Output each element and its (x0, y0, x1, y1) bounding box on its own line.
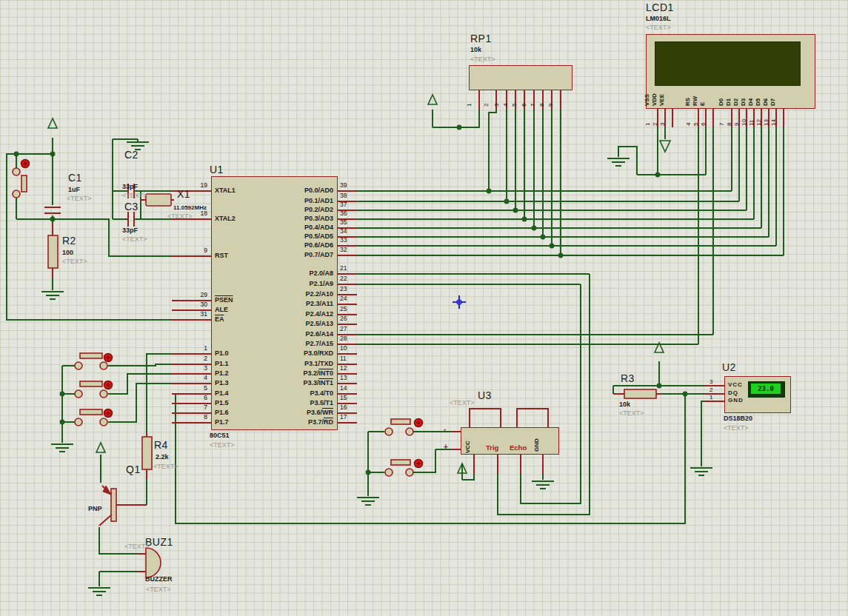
u2-pin-name: GND (728, 397, 744, 404)
u2-pin-number: 2 (710, 386, 712, 393)
push-button-bar[interactable] (21, 175, 27, 192)
pin-name-barred: WR (322, 409, 333, 416)
origin-marker-icon (453, 295, 466, 309)
junction-dot (541, 235, 546, 240)
u1-pin-number: 7 (185, 404, 207, 411)
button-actuator-icon[interactable] (104, 354, 113, 362)
u1-text: <TEXT> (210, 441, 235, 449)
button-terminal[interactable] (100, 362, 107, 369)
button-actuator-icon[interactable] (415, 419, 423, 427)
u1-pin-number: 32 (340, 246, 347, 253)
r4-value: 2.2k (156, 453, 169, 461)
crystal-x1-body[interactable] (146, 194, 171, 206)
pin-name: P3.7/ (308, 418, 324, 426)
push-button-bar[interactable] (80, 381, 102, 386)
temperature-display-value: 23.0 (751, 384, 781, 394)
junction-dot (550, 244, 555, 249)
lcd1-pin-number: 7 (718, 123, 726, 126)
button-terminal[interactable] (75, 390, 82, 398)
pin-name: P2.5/A13 (305, 320, 333, 327)
lcd1-pin-name: VEE (658, 94, 666, 106)
button-terminal[interactable] (406, 428, 413, 435)
pin-name: P1.7 (215, 418, 229, 426)
u1-pin-number: 38 (340, 192, 347, 199)
ground-icon (690, 468, 712, 475)
resistor-pack-rp1-body[interactable] (469, 65, 572, 90)
button-terminal[interactable] (13, 190, 20, 198)
pin-name: P3.5/T1 (310, 399, 333, 406)
push-button-bar[interactable] (80, 353, 102, 358)
button-terminal[interactable] (100, 390, 107, 398)
ground-icon (88, 588, 110, 595)
push-button-bar[interactable] (391, 419, 410, 424)
u1-pin-name: P0.6/AD6 (264, 241, 333, 249)
buzzer-body[interactable] (146, 548, 161, 578)
pin-name: RST (215, 252, 228, 259)
lcd1-pin-name: D3 (740, 98, 747, 106)
lcd1-pin-number: 12 (755, 119, 763, 126)
u3-pin-trig: Trig (486, 443, 498, 452)
r2-value: 100 (62, 249, 73, 256)
pin-name: P0.2/AD2 (304, 206, 333, 213)
x1-ref: X1 (177, 188, 190, 200)
r4-text: <TEXT> (153, 463, 178, 470)
button-terminal[interactable] (13, 168, 20, 175)
rp1-value: 10k (470, 46, 481, 53)
push-button-bar[interactable] (80, 409, 102, 415)
pin-name: P2.6/A14 (305, 330, 333, 338)
pin-stub (517, 409, 548, 427)
pin-name: P3.6/ (307, 409, 322, 416)
u1-pin-number: 25 (340, 305, 347, 312)
lcd1-pin-number: 11 (748, 120, 755, 126)
u2-text: <TEXT> (724, 424, 749, 432)
wire (618, 147, 637, 175)
resistor-r3-body[interactable] (624, 389, 656, 398)
junction-dot (522, 217, 527, 222)
buz1-ref: BUZ1 (145, 536, 173, 548)
r3-value: 10k (619, 401, 630, 408)
u1-pin-name: P0.0/AD0 (264, 187, 333, 194)
r4-ref: R4 (154, 439, 168, 451)
button-actuator-icon[interactable] (21, 160, 30, 168)
pin-name: P2.3/A11 (306, 300, 333, 307)
button-terminal[interactable] (75, 362, 82, 369)
button-terminal[interactable] (406, 469, 413, 476)
u1-pin-number: 10 (340, 344, 347, 352)
u1-pin-name: P3.0/RXD (264, 349, 333, 357)
u3-pin-plus: + (444, 443, 448, 451)
u1-pin-number: 27 (340, 325, 347, 332)
rp1-pin-number: 4 (502, 104, 510, 107)
c2-value: 33pF (122, 183, 138, 190)
button-actuator-icon[interactable] (415, 460, 423, 468)
u1-pin-number: 8 (185, 413, 207, 421)
q1-ref: Q1 (126, 463, 141, 475)
pin-name-barred: PSEN (215, 296, 233, 304)
u1-pin-name: P0.2/AD2 (264, 206, 333, 213)
button-terminal[interactable] (75, 418, 82, 426)
c3-ref: C3 (124, 201, 138, 212)
button-actuator-icon[interactable] (104, 381, 113, 389)
resistor-r2-body[interactable] (48, 235, 58, 268)
u2-pin-name: VCC (728, 381, 743, 388)
button-terminal[interactable] (385, 469, 393, 476)
u1-pin-name: P3.1/TXD (264, 360, 333, 367)
u1-pin-name: P3.4/T0 (264, 389, 333, 397)
button-actuator-icon[interactable] (104, 409, 113, 418)
u1-pin-name: P3.2/INT0 (264, 369, 333, 377)
u2-pin-name: DQ (728, 389, 738, 396)
transistor-q1-body[interactable] (111, 489, 116, 521)
junction-dot (457, 125, 462, 130)
u1-pin-number: 37 (340, 201, 347, 208)
u1-pin-number: 11 (340, 355, 347, 362)
u1-pin-number: 17 (340, 413, 347, 421)
button-terminal[interactable] (385, 428, 393, 435)
lcd1-ref: LCD1 (646, 1, 674, 13)
u1-pin-number: 26 (340, 315, 347, 322)
u1-pin-name: P2.3/A11 (264, 300, 333, 307)
buz1-text-2: <TEXT> (146, 586, 171, 593)
resistor-r4-body[interactable] (142, 437, 152, 469)
u1-pin-name: P0.5/AD5 (264, 232, 333, 240)
push-button-bar[interactable] (391, 460, 410, 465)
u1-pin-name: P3.6/WR (264, 409, 333, 416)
button-terminal[interactable] (100, 418, 107, 426)
